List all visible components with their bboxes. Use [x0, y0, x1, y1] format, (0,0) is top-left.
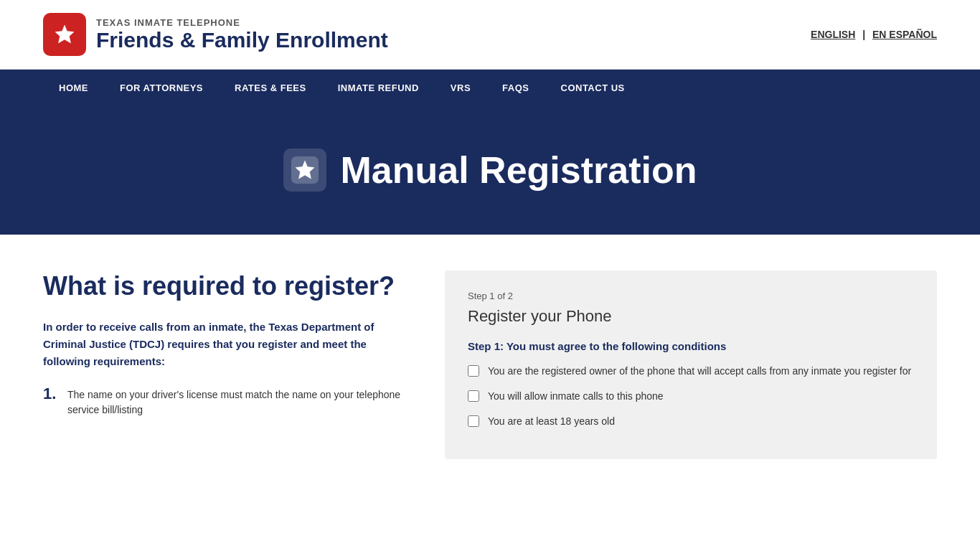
logo-icon — [43, 13, 86, 56]
main-content: What is required to register? In order t… — [0, 235, 980, 495]
condition-1-checkbox[interactable] — [468, 365, 479, 377]
hero-title: Manual Registration — [341, 149, 697, 192]
intro-text: In order to receive calls from an inmate… — [43, 319, 416, 370]
condition-1-text: You are the registered owner of the phon… — [488, 364, 911, 379]
logo-title: Friends & Family Enrollment — [96, 28, 388, 52]
lang-separator: | — [862, 29, 865, 40]
hero-banner: Manual Registration — [0, 105, 980, 235]
requirements-heading: What is required to register? — [43, 270, 416, 301]
nav-vrs[interactable]: VRS — [435, 70, 486, 105]
logo-area: TEXAS INMATE TELEPHONE Friends & Family … — [43, 13, 388, 56]
hero-star-icon — [283, 149, 326, 192]
requirement-1: 1. The name on your driver's license mus… — [43, 385, 416, 418]
condition-3: You are at least 18 years old — [468, 414, 914, 429]
nav-faqs[interactable]: FAQS — [486, 70, 545, 105]
spanish-link[interactable]: EN ESPAÑOL — [872, 29, 937, 40]
condition-2-text: You will allow inmate calls to this phon… — [488, 389, 664, 404]
nav-for-attorneys[interactable]: FOR ATTORNEYS — [104, 70, 219, 105]
english-link[interactable]: ENGLISH — [811, 29, 855, 40]
page-header: TEXAS INMATE TELEPHONE Friends & Family … — [0, 0, 980, 70]
main-nav: HOME FOR ATTORNEYS RATES & FEES INMATE R… — [0, 70, 980, 105]
condition-3-text: You are at least 18 years old — [488, 414, 615, 429]
condition-1: You are the registered owner of the phon… — [468, 364, 914, 379]
nav-home[interactable]: HOME — [43, 70, 104, 105]
step-indicator: Step 1 of 2 — [468, 291, 914, 301]
left-section: What is required to register? In order t… — [43, 270, 416, 423]
logo-text: TEXAS INMATE TELEPHONE Friends & Family … — [96, 17, 388, 52]
form-section-title: Register your Phone — [468, 307, 914, 326]
nav-contact-us[interactable]: CONTACT US — [545, 70, 641, 105]
condition-2-checkbox[interactable] — [468, 390, 479, 402]
logo-subtitle: TEXAS INMATE TELEPHONE — [96, 17, 388, 28]
hero-content: Manual Registration — [283, 149, 697, 192]
condition-3-checkbox[interactable] — [468, 415, 479, 427]
req-text-1: The name on your driver's license must m… — [67, 385, 416, 418]
step-label: Step 1: You must agree to the following … — [468, 340, 914, 352]
registration-form: Step 1 of 2 Register your Phone Step 1: … — [445, 270, 937, 459]
req-number-1: 1. — [43, 385, 60, 403]
language-switcher: ENGLISH | EN ESPAÑOL — [811, 29, 937, 40]
nav-inmate-refund[interactable]: INMATE REFUND — [322, 70, 435, 105]
nav-rates-fees[interactable]: RATES & FEES — [219, 70, 322, 105]
condition-2: You will allow inmate calls to this phon… — [468, 389, 914, 404]
